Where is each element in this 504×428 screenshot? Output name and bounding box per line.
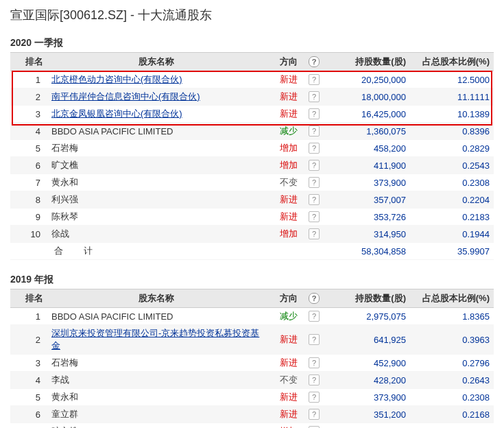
table-row: 4李战不变?428,2000.2643 <box>10 372 494 389</box>
pct-cell: 0.2643 <box>410 372 494 389</box>
direction-cell: 新进 <box>265 389 302 406</box>
shareholder-name: 旷文樵 <box>51 160 78 170</box>
rank-cell: 3 <box>10 106 47 123</box>
table-row: 1北京橙色动力咨询中心(有限合伙)新进?20,250,00012.5000 <box>10 71 494 88</box>
help-icon[interactable]: ? <box>309 293 320 304</box>
help-cell: ? <box>302 226 326 243</box>
table-row: 3石岩梅新进?452,9000.2796 <box>10 355 494 372</box>
pct-cell: 0.2308 <box>410 389 494 406</box>
shareholder-link[interactable]: 南平伟岸仲合信息咨询中心(有限合伙) <box>51 91 200 102</box>
rank-cell: 4 <box>10 372 47 389</box>
shareholder-name: 黄永和 <box>51 177 78 187</box>
table-row: 4BBDO ASIA PACIFIC LIMITED减少?1,360,0750.… <box>10 123 494 140</box>
shareholder-link[interactable]: 深圳京来投资管理有限公司-京来趋势投资私募投资基金 <box>51 328 259 350</box>
help-icon[interactable]: ? <box>309 392 320 403</box>
help-icon[interactable]: ? <box>309 194 320 205</box>
shareholder-name: BBDO ASIA PACIFIC LIMITED <box>51 126 173 136</box>
help-cell: ? <box>302 325 326 355</box>
total-pct: 35.9907 <box>410 243 494 260</box>
help-icon[interactable]: ? <box>309 374 320 385</box>
help-cell: ? <box>302 191 326 209</box>
table-row: 8利兴强新进?357,0070.2204 <box>10 191 494 209</box>
col-name-header: 股东名称 <box>47 289 265 308</box>
qty-cell: 2,975,075 <box>326 308 410 325</box>
help-cell: ? <box>302 88 326 106</box>
direction-cell: 新进 <box>265 325 302 355</box>
table-row: 10徐战增加?314,9500.1944 <box>10 226 494 243</box>
pct-cell: 0.8396 <box>410 123 494 140</box>
pct-cell: 12.5000 <box>410 71 494 88</box>
direction-cell: 增加 <box>265 423 302 429</box>
table-row: 5石岩梅增加?458,2000.2829 <box>10 140 494 157</box>
qty-cell: 353,726 <box>326 209 410 226</box>
table-row: 6旷文樵增加?411,9000.2543 <box>10 157 494 174</box>
rank-cell: 6 <box>10 157 47 174</box>
table-row: 5黄永和新进?373,9000.2308 <box>10 389 494 406</box>
rank-cell: 2 <box>10 325 47 355</box>
help-icon[interactable]: ? <box>309 409 320 420</box>
section-title: 2020 一季报 <box>10 37 494 49</box>
col-name-header: 股东名称 <box>47 53 265 71</box>
help-icon[interactable]: ? <box>309 56 320 67</box>
help-icon[interactable]: ? <box>309 126 320 136</box>
rank-cell: 9 <box>10 209 47 226</box>
help-icon[interactable]: ? <box>309 357 320 368</box>
direction-cell: 增加 <box>265 226 302 243</box>
qty-cell: 314,950 <box>326 226 410 243</box>
rank-cell: 7 <box>10 423 47 429</box>
shareholder-link[interactable]: 北京橙色动力咨询中心(有限合伙) <box>51 74 182 84</box>
pct-cell: 0.1819 <box>410 423 494 429</box>
shareholder-name: 利兴强 <box>51 194 78 204</box>
rank-cell: 3 <box>10 355 47 372</box>
help-icon[interactable]: ? <box>309 177 320 188</box>
col-help-header: ? <box>302 53 326 71</box>
direction-cell: 增加 <box>265 157 302 174</box>
col-qty-header: 持股数量(股) <box>326 289 410 308</box>
help-icon[interactable]: ? <box>309 211 320 222</box>
help-icon[interactable]: ? <box>309 311 320 322</box>
section-title: 2019 年报 <box>10 274 494 286</box>
help-icon[interactable]: ? <box>309 334 320 345</box>
help-icon[interactable]: ? <box>309 143 320 154</box>
name-cell: 徐战 <box>47 226 265 243</box>
help-cell: ? <box>302 308 326 325</box>
shareholder-name: 童立群 <box>51 409 78 419</box>
col-pct-header: 占总股本比例(%) <box>410 53 494 71</box>
direction-cell: 新进 <box>265 209 302 226</box>
col-dir-header: 方向 <box>265 289 302 308</box>
help-cell: ? <box>302 355 326 372</box>
help-icon[interactable]: ? <box>309 74 320 85</box>
help-icon[interactable]: ? <box>309 108 320 119</box>
name-cell: 黄永和 <box>47 389 265 406</box>
help-cell: ? <box>302 372 326 389</box>
name-cell: 利兴强 <box>47 191 265 209</box>
qty-cell: 452,900 <box>326 355 410 372</box>
direction-cell: 增加 <box>265 140 302 157</box>
rank-cell: 1 <box>10 71 47 88</box>
shareholders-table: 排名股东名称方向?持股数量(股)占总股本比例(%)1北京橙色动力咨询中心(有限合… <box>10 52 494 260</box>
direction-cell: 新进 <box>265 191 302 209</box>
shareholder-name: 李战 <box>51 374 69 385</box>
help-icon[interactable]: ? <box>309 228 320 239</box>
rank-cell: 8 <box>10 191 47 209</box>
table-row: 7黄永和不变?373,9000.2308 <box>10 174 494 191</box>
name-cell: 北京橙色动力咨询中心(有限合伙) <box>47 71 265 88</box>
qty-cell: 357,007 <box>326 191 410 209</box>
col-qty-header: 持股数量(股) <box>326 53 410 71</box>
help-icon[interactable]: ? <box>309 160 320 171</box>
qty-cell: 20,250,000 <box>326 71 410 88</box>
direction-cell: 不变 <box>265 372 302 389</box>
shareholders-table: 排名股东名称方向?持股数量(股)占总股本比例(%)1BBDO ASIA PACI… <box>10 289 494 428</box>
help-cell: ? <box>302 406 326 423</box>
col-pct-header: 占总股本比例(%) <box>410 289 494 308</box>
total-label: 合 计 <box>47 243 265 260</box>
help-cell: ? <box>302 174 326 191</box>
name-cell: BBDO ASIA PACIFIC LIMITED <box>47 308 265 325</box>
name-cell: 陈秋琴 <box>47 209 265 226</box>
help-icon[interactable]: ? <box>309 91 320 102</box>
table-row: 2南平伟岸仲合信息咨询中心(有限合伙)新进?18,000,00011.1111 <box>10 88 494 106</box>
col-dir-header: 方向 <box>265 53 302 71</box>
qty-cell: 1,360,075 <box>326 123 410 140</box>
total-row: 合 计58,304,85835.9907 <box>10 243 494 260</box>
shareholder-link[interactable]: 北京金凤银凰咨询中心(有限合伙) <box>51 108 182 119</box>
